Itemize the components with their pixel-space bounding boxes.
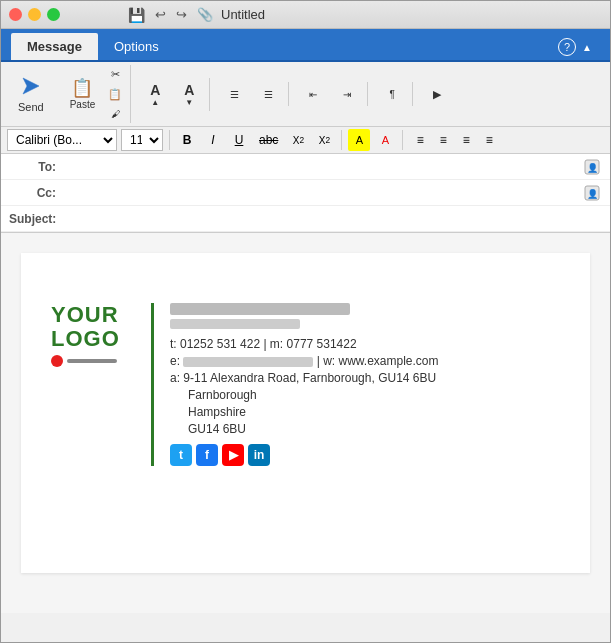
email-body[interactable]: YOUR LOGO t: 01252 531 422 | m: 0777 531… — [21, 253, 590, 573]
maximize-button[interactable] — [47, 8, 60, 21]
font-color-button[interactable]: A — [374, 129, 396, 151]
undo-icon[interactable]: ↩ — [155, 7, 166, 22]
body-area[interactable]: YOUR LOGO t: 01252 531 422 | m: 0777 531… — [1, 233, 610, 613]
format-painter-button[interactable]: 🖌 — [104, 105, 126, 123]
numbered-list-button[interactable]: ☰ — [252, 82, 284, 106]
svg-text:👤: 👤 — [587, 162, 599, 174]
sig-address2: Farnborough — [170, 388, 560, 402]
fields-area: To: 👤 Cc: 👤 Subject: — [1, 154, 610, 233]
sig-address3: Hampshire — [170, 405, 560, 419]
highlight-button[interactable]: A — [348, 129, 370, 151]
strikethrough-button[interactable]: abc — [254, 129, 283, 151]
font-size-group: A▲ A▼ — [135, 78, 210, 111]
send-label: Send — [18, 101, 44, 113]
facebook-icon[interactable]: f — [196, 444, 218, 466]
send-icon — [21, 76, 41, 99]
window-title: Untitled — [221, 7, 265, 22]
align-buttons: ≡ ≡ ≡ ≡ — [409, 129, 500, 151]
expand-ribbon-button[interactable]: ▶ — [421, 82, 453, 106]
social-icons: t f ▶ in — [170, 444, 560, 466]
sig-email-prefix: e: — [170, 354, 180, 368]
subject-row: Subject: — [1, 206, 610, 232]
minimize-button[interactable] — [28, 8, 41, 21]
superscript-button[interactable]: X2 — [313, 129, 335, 151]
sig-phone: t: 01252 531 422 | m: 0777 531422 — [170, 337, 560, 351]
sig-name-blurred — [170, 303, 350, 315]
twitter-icon[interactable]: t — [170, 444, 192, 466]
logo-text-line1: YOUR — [51, 303, 119, 327]
help-icon[interactable]: ? — [558, 38, 576, 56]
bullet-list-button[interactable]: ☰ — [218, 82, 250, 106]
paragraph-button[interactable]: ¶ — [376, 82, 408, 106]
ribbon: Message Options ? ▲ — [1, 29, 610, 62]
title-bar: 💾 ↩ ↪ 📎 Untitled — [1, 1, 610, 29]
sig-content: t: 01252 531 422 | m: 0777 531422 e: | w… — [170, 303, 560, 466]
sig-email-suffix: | w: www.example.com — [317, 354, 439, 368]
window-controls — [9, 8, 60, 21]
logo-text-line2: LOGO — [51, 327, 120, 351]
divider-3 — [402, 130, 403, 150]
underline-button[interactable]: U — [228, 129, 250, 151]
decrease-indent-button[interactable]: ⇤ — [297, 82, 329, 106]
sig-divider — [151, 303, 154, 466]
divider-2 — [341, 130, 342, 150]
sig-address4: GU14 6BU — [170, 422, 560, 436]
indent-group: ⇤ ⇥ — [293, 82, 368, 106]
cc-row: Cc: 👤 — [1, 180, 610, 206]
logo-graphic — [51, 355, 117, 367]
to-label: To: — [9, 160, 64, 174]
tab-message[interactable]: Message — [11, 33, 98, 60]
divider-1 — [169, 130, 170, 150]
font-size-select[interactable]: 11 — [121, 129, 163, 151]
linkedin-icon[interactable]: in — [248, 444, 270, 466]
sig-email-blurred — [183, 357, 313, 367]
sig-email-line: e: | w: www.example.com — [170, 354, 560, 368]
youtube-icon[interactable]: ▶ — [222, 444, 244, 466]
subscript-button[interactable]: X2 — [287, 129, 309, 151]
expand-group: ▶ — [417, 82, 457, 106]
title-bar-icons: 💾 ↩ ↪ 📎 — [128, 7, 213, 23]
redo-icon[interactable]: ↪ — [176, 7, 187, 22]
paste-group: 📋 Paste ✂ 📋 🖌 — [59, 65, 132, 123]
signature-block: YOUR LOGO t: 01252 531 422 | m: 0777 531… — [51, 303, 560, 466]
to-contacts-icon[interactable]: 👤 — [582, 157, 602, 177]
align-center-button[interactable]: ≡ — [432, 129, 454, 151]
align-right-button[interactable]: ≡ — [455, 129, 477, 151]
grow-font-button[interactable]: A▲ — [139, 78, 171, 111]
sig-address1: a: 9-11 Alexandra Road, Farnborough, GU1… — [170, 371, 560, 385]
save-icon[interactable]: 💾 — [128, 7, 145, 23]
para-group: ¶ — [372, 82, 413, 106]
logo-area: YOUR LOGO — [51, 303, 151, 367]
subject-input[interactable] — [64, 208, 602, 230]
ribbon-collapse-icon[interactable]: ▲ — [582, 42, 592, 53]
cc-contacts-icon[interactable]: 👤 — [582, 183, 602, 203]
attach-header-icon[interactable]: 📎 — [197, 7, 213, 22]
to-row: To: 👤 — [1, 154, 610, 180]
ribbon-help-area: ? ▲ — [550, 34, 600, 60]
cc-label: Cc: — [9, 186, 64, 200]
cut-button[interactable]: ✂ — [104, 65, 126, 83]
send-button[interactable]: Send — [7, 71, 55, 118]
font-name-select[interactable]: Calibri (Bo... — [7, 129, 117, 151]
logo-dot — [51, 355, 63, 367]
paste-button[interactable]: 📋 Paste — [63, 74, 103, 114]
to-input[interactable] — [64, 156, 582, 178]
cc-input[interactable] — [64, 182, 582, 204]
increase-indent-button[interactable]: ⇥ — [331, 82, 363, 106]
tab-options[interactable]: Options — [98, 33, 175, 60]
italic-button[interactable]: I — [202, 129, 224, 151]
svg-text:👤: 👤 — [587, 188, 599, 200]
subject-label: Subject: — [9, 212, 64, 226]
shrink-font-button[interactable]: A▼ — [173, 78, 205, 111]
font-row: Calibri (Bo... 11 B I U abc X2 X2 A A ≡ … — [1, 127, 610, 154]
copy-button[interactable]: 📋 — [104, 85, 126, 103]
list-group: ☰ ☰ — [214, 82, 289, 106]
bold-button[interactable]: B — [176, 129, 198, 151]
align-left-button[interactable]: ≡ — [409, 129, 431, 151]
toolbar-row1: Send 📋 Paste ✂ 📋 🖌 A▲ A▼ ☰ ☰ ⇤ ⇥ ¶ ▶ — [1, 62, 610, 127]
close-button[interactable] — [9, 8, 22, 21]
align-justify-button[interactable]: ≡ — [478, 129, 500, 151]
sig-title-blurred — [170, 319, 300, 329]
logo-line — [67, 359, 117, 363]
ribbon-tabs: Message Options ? ▲ — [1, 29, 610, 60]
